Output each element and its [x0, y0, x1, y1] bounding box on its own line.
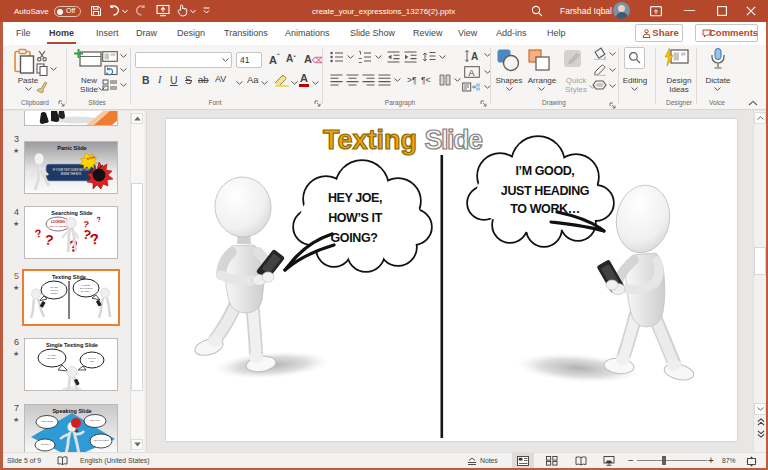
- svg-text:HOW’S IT: HOW’S IT: [328, 211, 383, 225]
- svg-text:?: ?: [96, 215, 101, 223]
- svg-text:Single Texting Slide: Single Texting Slide: [46, 342, 98, 348]
- svg-text:I’M GOOD,: I’M GOOD,: [516, 164, 575, 178]
- svg-text:Searching Slide: Searching Slide: [51, 210, 92, 216]
- svg-text:?: ?: [89, 230, 101, 248]
- svg-text:?: ?: [43, 231, 54, 248]
- svg-text:JUST HEADING: JUST HEADING: [501, 184, 589, 198]
- svg-text:?: ?: [34, 227, 44, 240]
- svg-text:FOR REPLY...: FOR REPLY...: [46, 357, 58, 359]
- svg-text:INSIDE THE BOX: INSIDE THE BOX: [61, 172, 82, 176]
- svg-text:HOW'S IT: HOW'S IT: [50, 289, 59, 291]
- svg-text:GOING?: GOING?: [51, 292, 58, 294]
- svg-text:TO WORK...: TO WORK...: [81, 290, 92, 292]
- svg-text:TO WORK…: TO WORK…: [510, 202, 579, 216]
- svg-text:HEY JOE,: HEY JOE,: [328, 191, 382, 205]
- svg-text:Speaking Slide: Speaking Slide: [52, 408, 91, 414]
- svg-text:Texting Slide: Texting Slide: [52, 274, 86, 280]
- svg-text:Panic Slide: Panic Slide: [57, 145, 86, 151]
- svg-text:YOUR WORDS: YOUR WORDS: [41, 420, 54, 422]
- svg-text:SPEAK OUT: SPEAK OUT: [90, 419, 101, 421]
- svg-text:JUST HEADING: JUST HEADING: [79, 287, 93, 289]
- svg-text:A: A: [469, 68, 475, 78]
- svg-text:GOING?: GOING?: [331, 231, 378, 245]
- svg-text:FOR AN ANSWER: FOR AN ANSWER: [49, 225, 68, 227]
- svg-text:LOOKING: LOOKING: [51, 220, 66, 224]
- svg-text:REALLY?: REALLY?: [88, 357, 96, 359]
- svg-text:A: A: [471, 51, 478, 62]
- svg-text:WAITING: WAITING: [48, 354, 56, 356]
- svg-text:GR8!: GR8!: [90, 360, 95, 362]
- svg-text:LET THE WORLD: LET THE WORLD: [94, 439, 109, 441]
- svg-text:ADD TEXT: ADD TEXT: [41, 443, 51, 445]
